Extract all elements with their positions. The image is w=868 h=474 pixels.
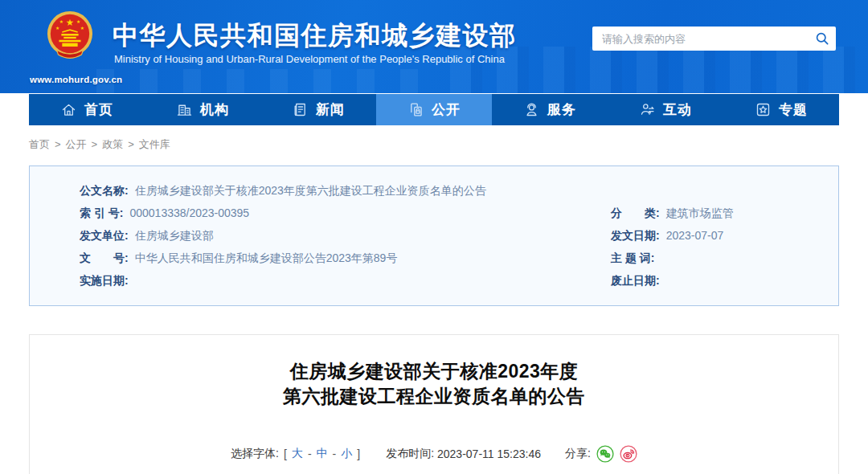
breadcrumb-policy[interactable]: 政策 [102, 138, 123, 150]
search-box [592, 27, 836, 51]
font-size-open-bracket: [ [284, 447, 287, 460]
search-input[interactable] [592, 27, 809, 51]
meta-value: 000013338/2023-00395 [129, 206, 249, 220]
nav-item-label: 公开 [432, 100, 461, 119]
meta-label: 废止日期: [611, 273, 660, 288]
publish-time: 发布时间: 2023-07-11 15:23:46 [386, 447, 541, 461]
svg-text:★: ★ [80, 26, 84, 31]
site-title: 中华人民共和国住房和城乡建设部 [113, 18, 517, 54]
font-size-separator: - [308, 447, 312, 460]
article-title-line1: 住房城乡建设部关于核准2023年度 [290, 361, 579, 382]
publish-time-value: 2023-07-11 15:23:46 [437, 447, 541, 460]
meta-label: 发文单位: [80, 228, 129, 243]
nav-item-service[interactable]: 服务 [492, 94, 608, 125]
nav-item-interaction[interactable]: 互动 [608, 94, 723, 125]
special-topic-icon [755, 101, 772, 118]
article-title-line2: 第六批建设工程企业资质名单的公告 [283, 386, 585, 407]
share-group: 分享: [565, 445, 637, 463]
svg-text:★: ★ [55, 26, 59, 31]
font-size-label: 选择字体: [231, 447, 279, 461]
national-emblem-logo: ★ ★ ★ ★ ★ [47, 10, 93, 60]
meta-value: 住房城乡建设部关于核准2023年度第六批建设工程企业资质名单的公告 [135, 183, 486, 198]
svg-text:★: ★ [59, 19, 63, 24]
font-size-medium[interactable]: 中 [317, 447, 328, 461]
site-title-english: Ministry of Housing and Urban-Rural Deve… [114, 53, 505, 65]
meta-label: 主 题 词: [611, 251, 654, 265]
nav-item-label: 首页 [84, 100, 113, 119]
meta-label: 发文日期: [611, 228, 660, 243]
doc-meta-box: 公文名称: 住房城乡建设部关于核准2023年度第六批建设工程企业资质名单的公告 … [29, 165, 839, 306]
article-box: 住房城乡建设部关于核准2023年度第六批建设工程企业资质名单的公告 选择字体: … [29, 334, 839, 474]
breadcrumb: 首页>公开>政策>文件库 [29, 137, 839, 152]
wechat-share-icon[interactable] [596, 445, 614, 463]
meta-value: 中华人民共和国住房和城乡建设部公告2023年第89号 [135, 251, 398, 265]
meta-label: 实施日期: [80, 273, 129, 288]
main-nav: 首页 机构 新闻 公开 服务 [29, 94, 839, 125]
nav-item-special-topic[interactable]: 专题 [723, 94, 839, 125]
nav-item-disclosure[interactable]: 公开 [376, 94, 492, 125]
site-url: www.mohurd.gov.cn [30, 75, 122, 84]
nav-item-label: 服务 [547, 100, 576, 119]
nav-item-news[interactable]: 新闻 [260, 94, 376, 125]
font-size-selector: 选择字体: [ 大 - 中 - 小 ] [231, 447, 362, 461]
meta-label: 分 类: [611, 206, 660, 220]
article-meta-row: 选择字体: [ 大 - 中 - 小 ] 发布时间: 2023-07-11 15:… [30, 445, 838, 463]
nav-item-label: 互动 [663, 100, 692, 119]
meta-row-index: 索 引 号: 000013338/2023-00395 分 类: 建筑市场监管 [80, 206, 819, 220]
news-icon [292, 101, 309, 118]
nav-item-label: 机构 [200, 100, 229, 119]
breadcrumb-home[interactable]: 首页 [29, 138, 50, 150]
weibo-share-icon[interactable] [620, 445, 637, 463]
meta-value: 建筑市场监管 [666, 206, 734, 220]
page: ★ ★ ★ ★ ★ www.mohurd.gov.cn 中华人民共和国住房和城乡… [0, 0, 868, 474]
font-size-close-bracket: ] [357, 447, 360, 460]
svg-text:★: ★ [66, 18, 74, 27]
meta-row-dates: 实施日期: 废止日期: [80, 273, 819, 288]
meta-label: 索 引 号: [80, 206, 123, 220]
article-title: 住房城乡建设部关于核准2023年度第六批建设工程企业资质名单的公告 [30, 359, 838, 409]
font-size-separator: - [333, 447, 337, 460]
meta-label: 公文名称: [80, 183, 129, 198]
home-icon [60, 101, 77, 118]
svg-text:★: ★ [76, 19, 80, 24]
publish-time-label: 发布时间: [386, 447, 434, 461]
meta-row-doc-number: 文 号: 中华人民共和国住房和城乡建设部公告2023年第89号 主 题 词: [80, 251, 819, 265]
interaction-icon [639, 101, 656, 118]
breadcrumb-separator: > [55, 138, 61, 150]
nav-item-organization[interactable]: 机构 [145, 94, 260, 125]
disclosure-icon [407, 101, 424, 118]
breadcrumb-disclosure[interactable]: 公开 [66, 138, 87, 150]
organization-icon [176, 101, 193, 118]
meta-value: 住房城乡建设部 [135, 228, 214, 243]
meta-row-name: 公文名称: 住房城乡建设部关于核准2023年度第六批建设工程企业资质名单的公告 [80, 183, 819, 198]
meta-label: 文 号: [80, 251, 129, 265]
nav-item-label: 专题 [779, 100, 808, 119]
font-size-small[interactable]: 小 [341, 447, 352, 461]
nav-item-label: 新闻 [316, 100, 345, 119]
meta-row-issuer: 发文单位: 住房城乡建设部 发文日期: 2023-07-07 [80, 228, 819, 243]
breadcrumb-separator: > [92, 138, 98, 150]
meta-value: 2023-07-07 [666, 228, 724, 243]
font-size-large[interactable]: 大 [292, 447, 303, 461]
nav-item-home[interactable]: 首页 [29, 94, 145, 125]
search-icon[interactable] [809, 27, 836, 51]
site-header: ★ ★ ★ ★ ★ www.mohurd.gov.cn 中华人民共和国住房和城乡… [0, 0, 868, 93]
breadcrumb-separator: > [128, 138, 134, 150]
service-icon [523, 101, 540, 118]
banner-window-decoration [96, 69, 434, 93]
share-label: 分享: [565, 447, 591, 461]
breadcrumb-document-library[interactable]: 文件库 [139, 138, 170, 150]
